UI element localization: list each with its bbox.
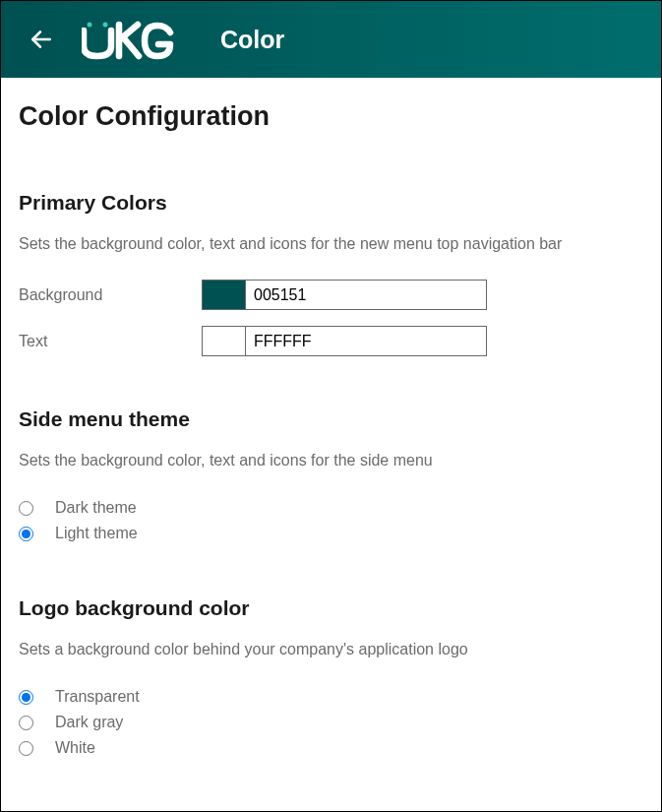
background-hex-input[interactable] — [246, 281, 486, 309]
page-title: Color Configuration — [19, 101, 643, 132]
side-menu-title: Side menu theme — [19, 407, 643, 431]
side-menu-desc: Sets the background color, text and icon… — [19, 449, 643, 472]
text-color-input[interactable] — [202, 326, 487, 356]
primary-colors-title: Primary Colors — [19, 191, 643, 215]
primary-colors-desc: Sets the background color, text and icon… — [19, 232, 643, 256]
text-hex-input[interactable] — [246, 327, 486, 355]
side-menu-section: Side menu theme Sets the background colo… — [19, 407, 643, 545]
light-theme-label: Light theme — [55, 525, 138, 542]
background-field-row: Background — [19, 280, 643, 310]
dark-gray-label: Dark gray — [55, 714, 123, 731]
background-label: Background — [19, 286, 202, 304]
main-content: Color Configuration Primary Colors Sets … — [1, 78, 661, 812]
background-color-input[interactable] — [202, 280, 487, 310]
background-swatch[interactable] — [203, 281, 246, 309]
svg-point-2 — [103, 23, 108, 28]
text-swatch[interactable] — [203, 327, 246, 355]
primary-colors-section: Primary Colors Sets the background color… — [19, 191, 643, 356]
text-field-row: Text — [19, 326, 643, 356]
light-theme-radio[interactable] — [19, 527, 33, 541]
transparent-radio[interactable] — [19, 690, 33, 705]
header-title: Color — [220, 26, 284, 54]
logo-bg-section: Logo background color Sets a background … — [19, 596, 643, 760]
logo-bg-title: Logo background color — [19, 596, 643, 620]
transparent-label: Transparent — [55, 688, 140, 706]
radio-dark-theme[interactable]: Dark theme — [19, 496, 643, 520]
dark-theme-label: Dark theme — [55, 499, 137, 517]
dark-theme-radio[interactable] — [19, 501, 33, 516]
radio-light-theme[interactable]: Light theme — [19, 522, 643, 545]
white-label: White — [55, 739, 95, 757]
radio-white[interactable]: White — [19, 736, 643, 760]
back-button[interactable] — [29, 27, 54, 52]
white-radio[interactable] — [19, 741, 33, 756]
dark-gray-radio[interactable] — [19, 716, 33, 730]
app-header: Color — [1, 1, 661, 78]
svg-point-1 — [88, 23, 92, 28]
radio-transparent[interactable]: Transparent — [19, 685, 643, 709]
text-label: Text — [19, 333, 202, 350]
ukg-logo — [82, 19, 175, 60]
radio-dark-gray[interactable]: Dark gray — [19, 711, 643, 734]
logo-bg-desc: Sets a background color behind your comp… — [19, 638, 643, 661]
